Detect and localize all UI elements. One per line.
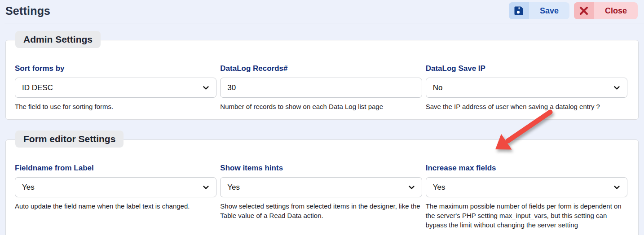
chevron-down-icon: [202, 84, 210, 91]
sort-forms-by-select[interactable]: ID DESC: [15, 78, 216, 98]
save-button-label: Save: [529, 2, 569, 19]
save-button[interactable]: Save: [509, 2, 569, 19]
field-datalog-records: DataLog Records# Number of records to sh…: [220, 65, 422, 111]
field-increase-max-fields: Increase max fields Yes The maximum poss…: [426, 164, 627, 230]
chevron-down-icon: [613, 183, 621, 191]
page-header: Settings Save Close: [0, 0, 644, 19]
field-help: The maximum possible number of fields pe…: [426, 201, 627, 230]
field-label: DataLog Records#: [220, 65, 422, 73]
header-divider: [4, 23, 644, 23]
chevron-down-icon: [202, 183, 210, 191]
chevron-down-icon: [408, 183, 415, 191]
field-sort-forms-by: Sort forms by ID DESC The field to use f…: [15, 65, 216, 111]
field-label: DataLog Save IP: [426, 65, 627, 73]
section-form-editor-settings-title: Form editor Settings: [15, 131, 124, 148]
close-button-label: Close: [594, 2, 638, 19]
field-help: Show selected settings from selected ite…: [220, 201, 422, 220]
field-label: Fieldname from Label: [15, 164, 216, 172]
section-form-editor-settings-body: Fieldname from Label Yes Auto update the…: [6, 140, 638, 235]
section-form-editor-settings: Form editor Settings Fieldname from Labe…: [5, 139, 639, 235]
close-icon: [574, 2, 594, 19]
close-button[interactable]: Close: [574, 2, 638, 19]
field-label: Sort forms by: [15, 65, 216, 73]
field-fieldname-from-label: Fieldname from Label Yes Auto update the…: [15, 164, 216, 230]
selected-value: No: [433, 83, 443, 92]
chevron-down-icon: [613, 84, 621, 91]
section-admin-settings-title: Admin Settings: [15, 31, 101, 48]
section-admin-settings-body: Sort forms by ID DESC The field to use f…: [6, 40, 638, 119]
selected-value: ID DESC: [22, 83, 53, 92]
datalog-save-ip-select[interactable]: No: [426, 78, 627, 98]
field-label: Show items hints: [220, 164, 422, 172]
field-datalog-save-ip: DataLog Save IP No Save the IP address o…: [426, 65, 627, 111]
toolbar: Save Close: [509, 2, 638, 19]
increase-max-fields-select[interactable]: Yes: [426, 177, 627, 197]
selected-value: Yes: [22, 183, 35, 192]
field-help: The field to use for sorting forms.: [15, 102, 216, 111]
selected-value: Yes: [227, 183, 240, 192]
show-items-hints-select[interactable]: Yes: [220, 177, 422, 197]
section-admin-settings: Admin Settings Sort forms by ID DESC The…: [5, 40, 639, 120]
field-label: Increase max fields: [426, 164, 627, 172]
field-help: Number of records to show on each Data L…: [220, 102, 422, 111]
field-show-items-hints: Show items hints Yes Show selected setti…: [220, 164, 422, 230]
fieldname-from-label-select[interactable]: Yes: [15, 177, 216, 197]
page-title: Settings: [5, 4, 50, 17]
save-icon: [509, 2, 529, 19]
datalog-records-input[interactable]: [220, 78, 422, 98]
selected-value: Yes: [433, 183, 446, 192]
field-help: Save the IP address of user when saving …: [426, 102, 627, 111]
field-help: Auto update the field name when the labe…: [15, 201, 216, 211]
